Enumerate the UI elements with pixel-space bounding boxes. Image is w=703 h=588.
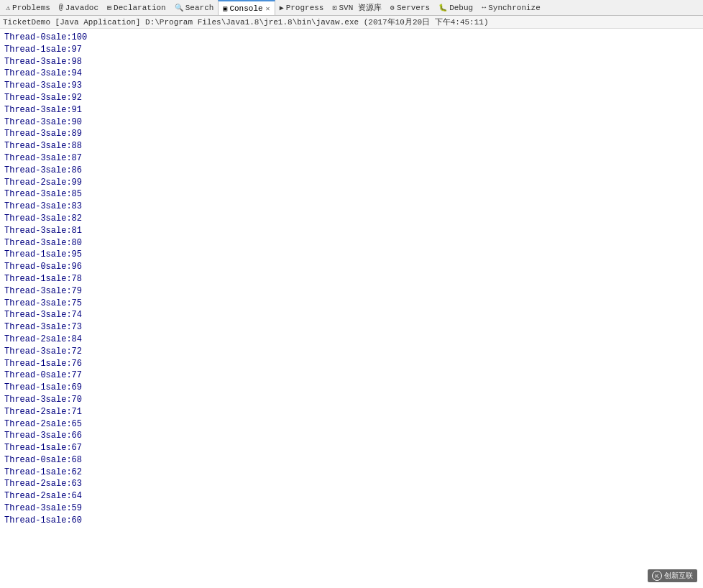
console-line: Thread-3sale:75 bbox=[4, 298, 699, 310]
watermark-text: 创新互联 bbox=[664, 571, 693, 581]
search-icon: 🔍 bbox=[175, 4, 183, 12]
console-line: Thread-3sale:70 bbox=[4, 394, 699, 406]
debug-icon: 🐛 bbox=[438, 4, 447, 12]
console-line: Thread-0sale:68 bbox=[4, 454, 699, 467]
declaration-icon: ⊞ bbox=[107, 4, 111, 12]
console-line: Thread-3sale:94 bbox=[4, 68, 699, 80]
watermark-logo: K bbox=[652, 571, 662, 581]
console-close-button[interactable]: ✕ bbox=[266, 4, 270, 13]
watermark: K 创新互联 bbox=[648, 569, 697, 582]
svn-icon: ⊡ bbox=[332, 4, 336, 12]
console-icon: ▣ bbox=[223, 4, 227, 13]
console-line: Thread-3sale:66 bbox=[4, 430, 699, 442]
console-line: Thread-3sale:93 bbox=[4, 80, 699, 92]
console-output[interactable]: Thread-0sale:100Thread-1sale:97Thread-3s… bbox=[0, 29, 703, 588]
console-line: Thread-0sale:96 bbox=[4, 261, 699, 273]
console-line: Thread-1sale:97 bbox=[4, 44, 699, 56]
tab-debug-label: Debug bbox=[449, 4, 473, 12]
console-line: Thread-3sale:86 bbox=[4, 165, 699, 177]
console-line: Thread-3sale:87 bbox=[4, 152, 699, 165]
tab-servers[interactable]: ⚙ Servers bbox=[386, 0, 434, 15]
console-line: Thread-3sale:92 bbox=[4, 92, 699, 104]
servers-icon: ⚙ bbox=[390, 4, 395, 12]
console-line: Thread-1sale:67 bbox=[4, 442, 699, 454]
console-line: Thread-2sale:63 bbox=[4, 478, 699, 490]
tab-console-label: Console bbox=[229, 4, 262, 13]
console-line: Thread-3sale:72 bbox=[4, 346, 699, 358]
tab-bar: ⚠ Problems @ Javadoc ⊞ Declaration 🔍 Sea… bbox=[0, 0, 703, 16]
console-line: Thread-3sale:82 bbox=[4, 213, 699, 225]
console-line: Thread-1sale:69 bbox=[4, 382, 699, 394]
tab-javadoc[interactable]: @ Javadoc bbox=[55, 0, 103, 15]
console-line: Thread-3sale:73 bbox=[4, 321, 699, 334]
console-line: Thread-1sale:95 bbox=[4, 249, 699, 261]
console-line: Thread-1sale:62 bbox=[4, 467, 699, 479]
status-text: TicketDemo [Java Application] D:\Program… bbox=[3, 17, 489, 27]
console-line: Thread-2sale:84 bbox=[4, 334, 699, 346]
console-line: Thread-2sale:99 bbox=[4, 177, 699, 189]
console-line: Thread-1sale:78 bbox=[4, 273, 699, 285]
status-bar: TicketDemo [Java Application] D:\Program… bbox=[0, 16, 703, 29]
console-line: Thread-3sale:98 bbox=[4, 56, 699, 68]
console-line: Thread-3sale:80 bbox=[4, 237, 699, 249]
tab-problems[interactable]: ⚠ Problems bbox=[1, 0, 55, 15]
tab-search-label: Search bbox=[185, 4, 214, 12]
console-line: Thread-3sale:79 bbox=[4, 285, 699, 298]
tab-javadoc-label: Javadoc bbox=[65, 4, 98, 12]
console-line: Thread-3sale:81 bbox=[4, 225, 699, 237]
console-line: Thread-1sale:76 bbox=[4, 358, 699, 370]
tab-svn-label: SVN 资源库 bbox=[339, 2, 382, 13]
tab-synchronize-label: Synchronize bbox=[488, 4, 541, 12]
console-line: Thread-2sale:71 bbox=[4, 406, 699, 418]
progress-icon: ▶ bbox=[280, 4, 284, 12]
console-line: Thread-3sale:88 bbox=[4, 140, 699, 152]
tab-console[interactable]: ▣ Console ✕ bbox=[218, 0, 275, 15]
tab-problems-label: Problems bbox=[12, 4, 50, 12]
console-line: Thread-2sale:64 bbox=[4, 490, 699, 502]
console-line: Thread-2sale:65 bbox=[4, 418, 699, 431]
console-line: Thread-3sale:74 bbox=[4, 309, 699, 321]
tab-progress[interactable]: ▶ Progress bbox=[275, 0, 328, 15]
tab-servers-label: Servers bbox=[397, 4, 430, 12]
tab-declaration[interactable]: ⊞ Declaration bbox=[103, 0, 170, 15]
console-line: Thread-3sale:83 bbox=[4, 201, 699, 213]
console-line: Thread-0sale:100 bbox=[4, 32, 699, 44]
problems-icon: ⚠ bbox=[6, 4, 10, 12]
javadoc-icon: @ bbox=[59, 4, 63, 12]
console-line: Thread-3sale:91 bbox=[4, 104, 699, 116]
tab-progress-label: Progress bbox=[286, 4, 324, 12]
console-line: Thread-3sale:90 bbox=[4, 116, 699, 129]
console-line: Thread-3sale:89 bbox=[4, 128, 699, 140]
tab-svn[interactable]: ⊡ SVN 资源库 bbox=[328, 0, 385, 15]
tab-debug[interactable]: 🐛 Debug bbox=[434, 0, 477, 15]
console-line: Thread-3sale:85 bbox=[4, 188, 699, 201]
console-line: Thread-3sale:59 bbox=[4, 502, 699, 515]
tab-declaration-label: Declaration bbox=[114, 4, 166, 12]
tab-synchronize[interactable]: ↔ Synchronize bbox=[477, 0, 545, 15]
tab-search[interactable]: 🔍 Search bbox=[170, 0, 219, 15]
console-line: Thread-0sale:77 bbox=[4, 369, 699, 382]
console-line: Thread-1sale:60 bbox=[4, 515, 699, 527]
synchronize-icon: ↔ bbox=[482, 4, 486, 12]
